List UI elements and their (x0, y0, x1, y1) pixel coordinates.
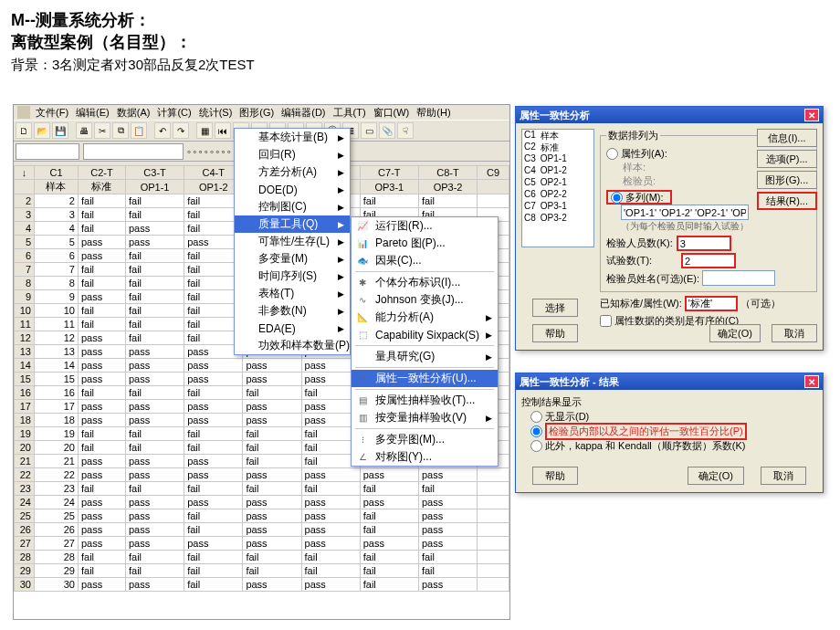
quality-menu-item[interactable]: 📈运行图(R)... (352, 217, 498, 235)
button-ok2[interactable]: 确定(O) (688, 467, 744, 485)
input-known-std[interactable] (685, 296, 738, 311)
new-icon[interactable]: 🗋 (16, 122, 32, 139)
column-list-item[interactable]: C1样本 (522, 130, 593, 142)
del-icon[interactable]: ◦ (210, 145, 214, 158)
quality-menu-item[interactable]: ✓属性一致性分析(U)... (352, 370, 498, 387)
label-inspectors-num: 检验人员数(K): (606, 236, 673, 250)
dialog-attribute-agreement: 属性一致性分析 ✕ C1样本C2标准C3OP1-1C4OP1-2C5OP2-1C… (515, 106, 824, 351)
button-graph[interactable]: 图形(G)... (757, 171, 817, 189)
stat-menu-item[interactable]: EDA(E)▶ (235, 320, 350, 337)
stat-menu-item[interactable]: 回归(R)▶ (235, 146, 350, 163)
stat-menu-item[interactable]: 表格(T)▶ (235, 285, 350, 302)
redo-icon[interactable]: ↷ (173, 122, 189, 139)
pick-icon[interactable]: ◦ (199, 145, 203, 158)
button-cancel2[interactable]: 取消 (761, 467, 806, 485)
dialog1-column-list[interactable]: C1样本C2标准C3OP1-1C4OP1-2C5OP2-1C6OP2-2C7OP… (521, 129, 594, 247)
quality-menu-item[interactable]: 📐能力分析(A)▶ (352, 309, 498, 326)
stat-menu-item[interactable]: 控制图(C)▶ (235, 198, 350, 215)
input-inspector-names[interactable] (702, 270, 775, 286)
radio-percent-agreement[interactable]: 检验员内部以及之间的评估一致性百分比(P) (530, 424, 817, 438)
stat-menu-item[interactable]: 基本统计量(B)▶ (235, 129, 350, 146)
column-list-item[interactable]: C2标准 (522, 142, 593, 153)
stat-menu-item[interactable]: DOE(D)▶ (235, 181, 350, 198)
results-group-label: 控制结果显示 (521, 395, 817, 409)
quality-menu-item[interactable]: ⫶多变异图(M)... (352, 431, 498, 448)
stat-menu-item[interactable]: 多变量(M)▶ (235, 250, 350, 268)
quality-menu-item[interactable]: ▥按变量抽样验收(V)▶ (352, 409, 498, 426)
page-title: M--测量系统分析： (0, 0, 840, 31)
button-results[interactable]: 结果(R)... (757, 192, 817, 210)
grid-icon[interactable]: ▦ (196, 122, 213, 139)
stat-menu-item[interactable]: 时间序列(S)▶ (235, 268, 350, 285)
menu-stat[interactable]: 统计(S) (195, 106, 236, 120)
menu-graph[interactable]: 图形(G) (236, 106, 278, 120)
menu-calc[interactable]: 计算(C) (153, 106, 194, 120)
quality-menu-item[interactable]: ⬚Capability Sixpack(S)▶ (352, 326, 498, 343)
cut-icon[interactable]: ✂ (94, 122, 110, 139)
hand-icon[interactable]: ☟ (397, 122, 414, 139)
quality-menu-item[interactable]: ▤按属性抽样验收(T)... (352, 392, 498, 409)
quality-menu-item[interactable]: 📊Pareto 图(P)... (352, 235, 498, 252)
column-list-item[interactable]: C4OP1-2 (522, 165, 593, 177)
column-list-item[interactable]: C6OP2-2 (522, 189, 593, 201)
find-icon[interactable]: ◦ (215, 145, 219, 158)
hint-multi: （为每个检验员同时输入试验） (606, 220, 811, 233)
dialog1-titlebar: 属性一致性分析 ✕ (516, 107, 823, 123)
input-multi-columns[interactable] (621, 205, 749, 220)
sel-icon[interactable]: ◦ (222, 145, 226, 158)
paste-icon[interactable]: 📋 (131, 122, 147, 139)
clip-icon[interactable]: 📎 (379, 122, 395, 139)
stat-menu-item[interactable]: 功效和样本数量(P)... (235, 337, 350, 354)
quality-menu-item[interactable]: 🐟因果(C)... (352, 252, 498, 269)
copy-icon[interactable]: ⧉ (112, 122, 129, 139)
cell-ref-box[interactable] (16, 143, 79, 160)
menu-file[interactable]: 文件(F) (32, 106, 72, 120)
input-inspectors-num[interactable] (677, 236, 731, 251)
button-help1[interactable]: 帮助 (532, 324, 578, 342)
button-options[interactable]: 选项(P)... (757, 150, 817, 168)
menu-editor[interactable]: 编辑器(D) (278, 106, 329, 120)
dialog2-close-icon[interactable]: ✕ (804, 375, 819, 388)
stat-menu-item[interactable]: 方差分析(A)▶ (235, 163, 350, 181)
quality-tools-submenu: 📈运行图(R)...📊Pareto 图(P)...🐟因果(C)...✱个体分布标… (351, 216, 499, 467)
quality-menu-item[interactable]: ∠对称图(Y)... (352, 448, 498, 466)
column-list-item[interactable]: C3OP1-1 (522, 153, 593, 165)
input-trials[interactable] (681, 253, 736, 268)
label-inspector-names: 检验员姓名(可选)(E): (606, 273, 699, 284)
undo-icon[interactable]: ↶ (154, 122, 171, 139)
menu-data[interactable]: 数据(A) (113, 106, 154, 120)
column-list-item[interactable]: C7OP3-1 (522, 201, 593, 213)
stat-menu-item[interactable]: 非参数(N)▶ (235, 302, 350, 320)
save-icon[interactable]: 💾 (52, 122, 68, 139)
radio-multi-column[interactable]: 多列(M): (606, 190, 672, 205)
dialog-results: 属性一致性分析 - 结果 ✕ 控制结果显示 无显示(D) 检验员内部以及之间的评… (515, 373, 824, 493)
column-list-item[interactable]: C5OP2-1 (522, 177, 593, 189)
prev-icon[interactable]: ⏮ (215, 122, 231, 139)
quality-menu-item[interactable]: 量具研究(G)▶ (352, 348, 498, 365)
quality-menu-item[interactable]: ✱个体分布标识(I)... (352, 274, 498, 291)
button-help2[interactable]: 帮助 (532, 467, 578, 485)
menu-window[interactable]: 窗口(W) (370, 106, 414, 120)
button-cancel1[interactable]: 取消 (772, 324, 817, 342)
run-icon[interactable]: ◦ (205, 145, 208, 158)
chart-icon[interactable]: ▭ (361, 122, 377, 139)
button-select[interactable]: 选择 (532, 299, 578, 317)
print-icon[interactable]: 🖶 (76, 122, 92, 139)
dialog1-close-icon[interactable]: ✕ (804, 109, 819, 121)
button-info[interactable]: 信息(I)... (757, 129, 817, 147)
open-icon[interactable]: 📂 (34, 122, 50, 139)
stat-menu-item[interactable]: 质量工具(Q)▶ (235, 215, 350, 233)
edit-icon[interactable]: ◦ (227, 145, 231, 158)
quality-menu-item[interactable]: ∿Johnson 变换(J)... (352, 291, 498, 309)
menu-tools[interactable]: 工具(T) (330, 106, 370, 120)
menu-help[interactable]: 帮助(H) (413, 106, 454, 120)
cell-value-box[interactable] (83, 143, 184, 160)
button-ok1[interactable]: 确定(O) (709, 324, 761, 342)
radio-kappa-kendall[interactable]: 此外，kappa 和 Kendall（顺序数据）系数(K) (530, 438, 817, 453)
menu-edit[interactable]: 编辑(E) (72, 106, 113, 120)
label-inspector-disabled: 检验员: (623, 175, 656, 186)
stat-menu-item[interactable]: 可靠性/生存(L)▶ (235, 233, 350, 250)
column-list-item[interactable]: C8OP3-2 (522, 213, 593, 225)
ptr-icon[interactable]: ◦ (187, 145, 191, 158)
zoom-icon[interactable]: ◦ (193, 145, 196, 158)
